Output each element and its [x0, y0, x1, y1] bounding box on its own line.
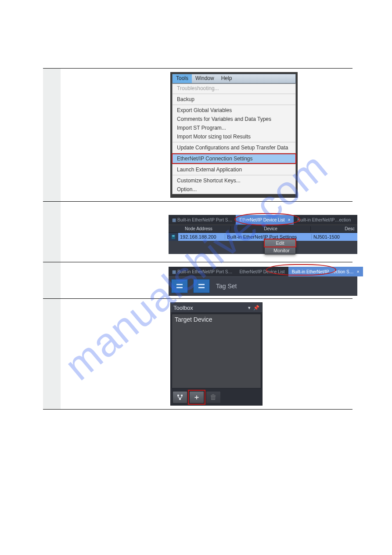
toolbox-screenshot: Toolbox ▾ 📌 Target Device	[170, 302, 263, 406]
tab-section-label: Built-in EtherNet/IP…ection	[297, 218, 351, 222]
ctx-edit[interactable]: Edit	[265, 239, 295, 247]
tree-button[interactable]	[173, 391, 187, 403]
row-gutter	[43, 202, 61, 262]
svg-rect-1	[173, 236, 175, 237]
svg-rect-3	[181, 395, 183, 396]
header-description: Desc	[311, 226, 357, 231]
menubar-tools[interactable]: Tools	[173, 74, 192, 83]
doc-row-tag-set: ▦ Built-in EtherNet/IP Port S… EtherNet/…	[43, 262, 352, 298]
svg-rect-4	[179, 398, 181, 400]
tab-port-label: Built-in EtherNet/IP Port S…	[177, 218, 232, 222]
ctx-monitor[interactable]: Monitor	[265, 247, 295, 254]
menu-backup[interactable]: Backup	[173, 95, 295, 104]
row-gutter	[43, 262, 61, 298]
menu-separator	[173, 142, 295, 142]
tab-close-icon[interactable]: ×	[357, 269, 360, 274]
eip-icon: ▦	[172, 269, 176, 274]
header-device: Device	[231, 226, 311, 231]
tab-device-list-label: EtherNet/IP Device List	[239, 218, 284, 222]
device-list-blank	[169, 241, 357, 254]
tab-port-settings[interactable]: ▦ Built-in EtherNet/IP Port S…	[169, 267, 236, 276]
menu-eip-settings[interactable]: EtherNet/IP Connection Settings	[173, 154, 295, 163]
toolbox-buttons: ＋ 🗑	[171, 389, 262, 405]
pin-icon[interactable]: 📌	[253, 305, 259, 311]
tab-port-settings[interactable]: ▦ Built-in EtherNet/IP Port S…	[169, 215, 236, 225]
tab-device-list-label: EtherNet/IP Device List	[239, 269, 284, 274]
tab-section[interactable]: Built-in EtherNet/IP…ection	[294, 215, 354, 225]
dropdown-icon[interactable]: ▾	[248, 305, 251, 311]
row-gutter	[43, 299, 61, 409]
menu-eip-settings-label: EtherNet/IP Connection Settings	[177, 156, 253, 162]
menu-comments-types[interactable]: Comments for Variables and Data Types	[173, 115, 295, 123]
device-icon	[169, 233, 178, 241]
tab-device-list[interactable]: EtherNet/IP Device List	[236, 267, 288, 276]
doc-row-toolbox: Toolbox ▾ 📌 Target Device	[43, 298, 352, 410]
tab-port-label: Built-in EtherNet/IP Port S…	[177, 269, 232, 274]
target-device-label: Target Device	[175, 316, 212, 323]
tab-device-list[interactable]: EtherNet/IP Device List ×	[236, 215, 294, 225]
device-list-header: Node Address Device Desc	[169, 225, 357, 233]
menu-option[interactable]: Option...	[173, 185, 295, 194]
target-device-panel: Target Device	[172, 314, 261, 388]
svg-rect-2	[177, 395, 179, 396]
menu-separator	[173, 164, 295, 164]
menu-troubleshooting: Troubleshooting...	[173, 84, 295, 93]
menu-separator	[173, 175, 295, 175]
menu-separator	[173, 105, 295, 105]
header-node-address: Node Address	[183, 226, 231, 231]
context-menu: Edit Monitor	[264, 239, 296, 254]
tab-section-label: Built-in EtherNet/IP…ection S…	[292, 269, 354, 274]
doc-row-tools-menu: Tools Window Help Troubleshooting... Bac…	[43, 68, 352, 201]
ctx-edit-label: Edit	[276, 240, 284, 246]
tag-set-screenshot: ▦ Built-in EtherNet/IP Port S… EtherNet/…	[169, 267, 357, 296]
tools-dropdown: Troubleshooting... Backup Export Global …	[172, 83, 296, 194]
device-ip: 192.168.188.200	[178, 234, 225, 239]
menu-customize-keys[interactable]: Customize Shortcut Keys...	[173, 176, 295, 185]
menu-launch-external[interactable]: Launch External Application	[173, 165, 295, 174]
tab-close-icon[interactable]: ×	[288, 218, 291, 222]
tagset-button-a[interactable]	[171, 279, 188, 293]
menu-import-st[interactable]: Import ST Program...	[173, 123, 295, 132]
tag-set-toolbar: Tag Set	[169, 276, 357, 296]
delete-button[interactable]: 🗑	[206, 391, 221, 403]
menu-import-motor[interactable]: Import Motor sizing tool Results	[173, 132, 295, 141]
toolbox-title-label: Toolbox	[173, 305, 193, 311]
tab-section[interactable]: Built-in EtherNet/IP…ection S… ×	[288, 267, 363, 276]
tagset-button-b[interactable]	[193, 279, 210, 293]
tag-set-label: Tag Set	[216, 283, 237, 290]
menu-update-config[interactable]: Update Configurations and Setup Transfer…	[173, 143, 295, 152]
menubar-help[interactable]: Help	[218, 74, 236, 83]
add-button[interactable]: ＋	[189, 391, 204, 403]
doc-row-device-list: ▦ Built-in EtherNet/IP Port S… EtherNet/…	[43, 201, 352, 262]
plus-icon: ＋	[193, 393, 200, 402]
menubar: Tools Window Help	[172, 74, 296, 83]
tab-strip: ▦ Built-in EtherNet/IP Port S… EtherNet/…	[169, 215, 357, 225]
trash-icon: 🗑	[210, 393, 217, 401]
svg-rect-0	[172, 235, 175, 239]
tools-menu-screenshot: Tools Window Help Troubleshooting... Bac…	[170, 72, 298, 198]
eip-icon: ▦	[172, 218, 176, 222]
device-list-screenshot: ▦ Built-in EtherNet/IP Port S… EtherNet/…	[169, 215, 357, 254]
menu-separator	[173, 94, 295, 94]
menubar-window[interactable]: Window	[192, 74, 218, 83]
menu-export-globals[interactable]: Export Global Variables	[173, 106, 295, 115]
row-gutter	[43, 69, 61, 201]
menu-separator	[173, 153, 295, 153]
device-row[interactable]: 192.168.188.200 Built-in EtherNet/IP Por…	[169, 233, 357, 241]
toolbox-titlebar: Toolbox ▾ 📌	[171, 303, 262, 313]
device-desc: NJ501-1500	[312, 234, 357, 239]
tab-strip: ▦ Built-in EtherNet/IP Port S… EtherNet/…	[169, 267, 357, 276]
